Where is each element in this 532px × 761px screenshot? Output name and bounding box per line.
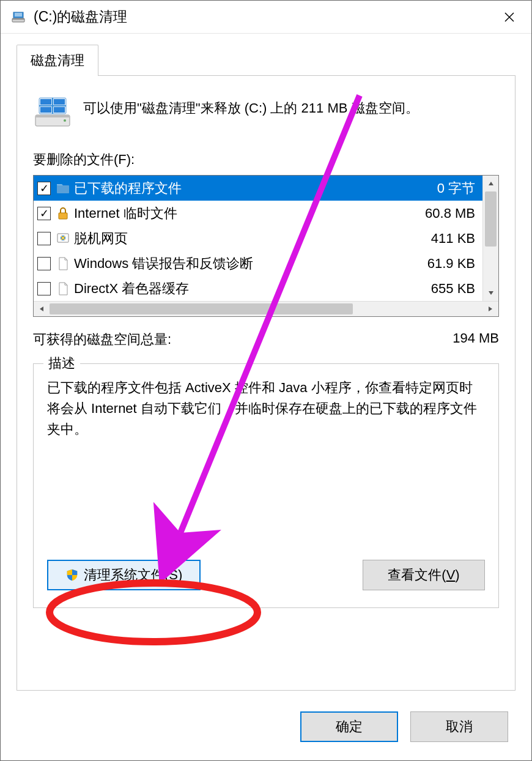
ok-button[interactable]: 确定: [300, 711, 398, 742]
vscroll-thumb[interactable]: [485, 191, 497, 247]
tab-disk-cleanup[interactable]: 磁盘清理: [17, 45, 98, 76]
vscroll-track[interactable]: [483, 191, 498, 285]
files-to-delete-label: 要删除的文件(F):: [33, 150, 499, 169]
files-rows: ✓已下载的程序文件0 字节✓Internet 临时文件60.8 MB脱机网页41…: [34, 176, 482, 301]
file-row[interactable]: Windows 错误报告和反馈诊断61.9 KB: [34, 251, 482, 276]
file-row[interactable]: 脱机网页411 KB: [34, 226, 482, 251]
svg-rect-11: [57, 185, 69, 193]
cancel-button[interactable]: 取消: [410, 711, 508, 742]
file-row-label: 已下载的程序文件: [74, 179, 437, 198]
scroll-down-icon[interactable]: [483, 285, 498, 301]
clean-system-files-button[interactable]: 清理系统文件(S): [47, 560, 201, 590]
svg-rect-8: [40, 107, 51, 113]
svg-rect-4: [35, 115, 70, 117]
shield-icon: [65, 568, 79, 582]
total-label: 可获得的磁盘空间总量:: [33, 330, 171, 349]
dialog-buttons: 确定 取消: [300, 711, 508, 742]
summary-row: 可以使用"磁盘清理"来释放 (C:) 上的 211 MB 磁盘空间。: [33, 94, 499, 130]
tab-container: 磁盘清理: [17, 45, 515, 691]
file-row-size: 0 字节: [437, 179, 478, 198]
files-list: ✓已下载的程序文件0 字节✓Internet 临时文件60.8 MB脱机网页41…: [33, 175, 499, 317]
vertical-scrollbar[interactable]: [482, 176, 498, 301]
scroll-left-icon[interactable]: [34, 302, 50, 316]
disk-cleanup-window: (C:)的磁盘清理 磁盘清理: [0, 0, 532, 761]
summary-text: 可以使用"磁盘清理"来释放 (C:) 上的 211 MB 磁盘空间。: [83, 94, 419, 118]
svg-rect-6: [40, 99, 51, 105]
tab-label: 磁盘清理: [31, 53, 84, 68]
file-row-size: 60.8 MB: [425, 206, 478, 221]
description-legend: 描述: [43, 354, 80, 373]
disk-cleanup-app-icon: [10, 9, 26, 25]
total-row: 可获得的磁盘空间总量: 194 MB: [33, 330, 499, 349]
description-text: 已下载的程序文件包括 ActiveX 控件和 Java 小程序，你查看特定网页时…: [47, 377, 485, 440]
file-type-icon: [56, 256, 70, 271]
clean-system-files-label: 清理系统文件(S): [84, 566, 182, 584]
svg-rect-12: [59, 213, 67, 219]
file-row[interactable]: ✓已下载的程序文件0 字节: [34, 176, 482, 201]
file-row[interactable]: DirectX 着色器缓存655 KB: [34, 276, 482, 301]
total-value: 194 MB: [453, 330, 499, 349]
tab-header: 磁盘清理: [17, 45, 515, 76]
file-type-icon: [56, 231, 70, 246]
file-row-size: 655 KB: [431, 281, 478, 297]
checkbox[interactable]: [37, 282, 51, 295]
scroll-right-icon[interactable]: [482, 302, 498, 316]
checkbox[interactable]: ✓: [37, 182, 51, 195]
description-group: 描述 已下载的程序文件包括 ActiveX 控件和 Java 小程序，你查看特定…: [33, 363, 499, 608]
cancel-label: 取消: [446, 718, 473, 736]
disk-icon: [33, 94, 72, 130]
tab-body: 可以使用"磁盘清理"来释放 (C:) 上的 211 MB 磁盘空间。 要删除的文…: [17, 75, 515, 691]
window-title: (C:)的磁盘清理: [34, 7, 492, 26]
checkbox[interactable]: ✓: [37, 207, 51, 220]
file-row-label: Windows 错误报告和反馈诊断: [74, 254, 427, 273]
svg-point-10: [64, 119, 66, 122]
content-area: 磁盘清理: [1, 34, 531, 703]
view-files-button[interactable]: 查看文件(V): [363, 560, 485, 590]
file-row-size: 411 KB: [431, 231, 478, 247]
svg-rect-9: [54, 107, 65, 113]
file-row[interactable]: ✓Internet 临时文件60.8 MB: [34, 201, 482, 226]
checkbox[interactable]: [37, 232, 51, 245]
svg-rect-1: [12, 18, 24, 20]
hscroll-thumb[interactable]: [50, 303, 353, 314]
file-row-size: 61.9 KB: [427, 256, 478, 272]
close-icon: [503, 11, 515, 23]
description-buttons: 清理系统文件(S) 查看文件(V): [47, 560, 485, 590]
view-files-label: 查看文件(V): [388, 566, 459, 584]
checkbox[interactable]: [37, 257, 51, 270]
horizontal-scrollbar[interactable]: [34, 301, 498, 316]
file-row-label: Internet 临时文件: [74, 204, 425, 223]
svg-rect-7: [54, 99, 65, 105]
file-row-label: DirectX 着色器缓存: [74, 280, 431, 298]
close-button[interactable]: [492, 4, 526, 30]
scroll-up-icon[interactable]: [483, 176, 498, 191]
file-row-label: 脱机网页: [74, 229, 431, 248]
file-type-icon: [56, 281, 70, 296]
titlebar: (C:)的磁盘清理: [1, 1, 531, 34]
ok-label: 确定: [336, 718, 363, 736]
hscroll-track[interactable]: [50, 302, 482, 316]
file-type-icon: [56, 206, 70, 221]
file-type-icon: [56, 181, 70, 196]
